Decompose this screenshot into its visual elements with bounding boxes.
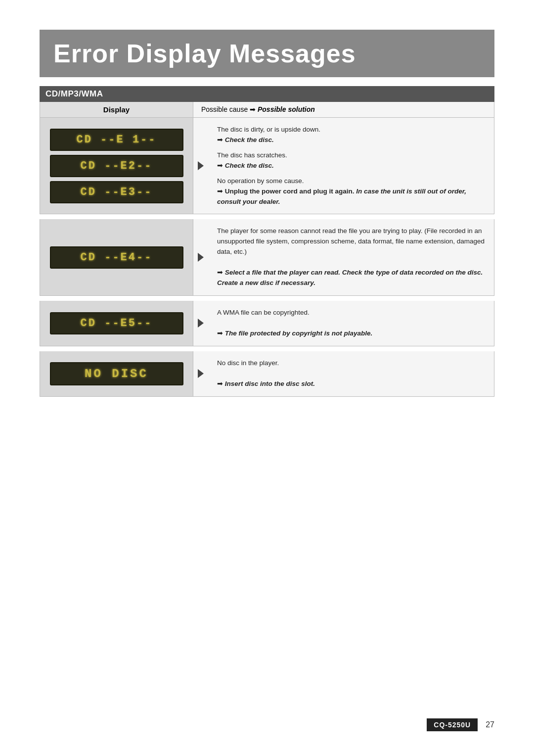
page-title: Error Display Messages (53, 39, 356, 68)
footer: CQ-5250U 27 (427, 718, 494, 731)
lcd-e1: CD --E 1-- (50, 129, 183, 151)
lcd-e2: CD --E2-- (50, 155, 183, 177)
arrow-e123 (193, 118, 208, 214)
page-number: 27 (486, 720, 494, 729)
cause-cell-e5: A WMA file can be copyrighted. ➡ The fil… (208, 301, 494, 346)
error-row-no-disc: NO DISC No disc in the player. ➡ Insert … (40, 351, 494, 397)
page-container: Error Display Messages CD/MP3/WMA Displa… (0, 0, 534, 756)
col-display-header: Display (40, 102, 193, 117)
cause-cell-no-disc: No disc in the player. ➡ Insert disc int… (208, 351, 494, 396)
col-cause-header: Possible cause ➡ Possible solution (193, 102, 494, 117)
arrow-right-icon (198, 369, 204, 378)
arrow-right-icon (198, 319, 204, 328)
arrow-e4 (193, 219, 208, 295)
lcd-no-disc: NO DISC (50, 362, 183, 385)
cause-e1: The disc is dirty, or is upside down. ➡ … (217, 125, 485, 145)
error-row-e5: CD --E5-- A WMA file can be copyrighted.… (40, 301, 494, 346)
display-cell-no-disc: NO DISC (40, 351, 193, 396)
arrow-right-icon (198, 161, 204, 170)
lcd-e4: CD --E4-- (50, 246, 183, 269)
section-header: CD/MP3/WMA (40, 86, 494, 102)
lcd-e3: CD --E3-- (50, 181, 183, 203)
display-cell-triple: CD --E 1-- CD --E2-- CD --E3-- (40, 118, 193, 214)
model-badge: CQ-5250U (427, 718, 478, 731)
error-row-e4: CD --E4-- The player for some reason can… (40, 219, 494, 296)
column-headers: Display Possible cause ➡ Possible soluti… (40, 102, 494, 118)
arrow-e5 (193, 301, 208, 346)
lcd-e5: CD --E5-- (50, 312, 183, 334)
title-banner: Error Display Messages (40, 30, 494, 77)
section-label: CD/MP3/WMA (45, 89, 103, 98)
error-row-e1e2e3: CD --E 1-- CD --E2-- CD --E3-- The disc … (40, 118, 494, 214)
cause-e2: The disc has scratches. ➡ Check the disc… (217, 150, 485, 171)
cause-cell-e4: The player for some reason cannot read t… (208, 219, 494, 295)
display-cell-e4: CD --E4-- (40, 219, 193, 295)
arrow-right-icon (198, 253, 204, 262)
cause-e3: No operation by some cause. ➡ Unplug the… (217, 176, 485, 207)
arrow-no-disc (193, 351, 208, 396)
cause-cell-triple: The disc is dirty, or is upside down. ➡ … (208, 118, 494, 214)
display-cell-e5: CD --E5-- (40, 301, 193, 346)
